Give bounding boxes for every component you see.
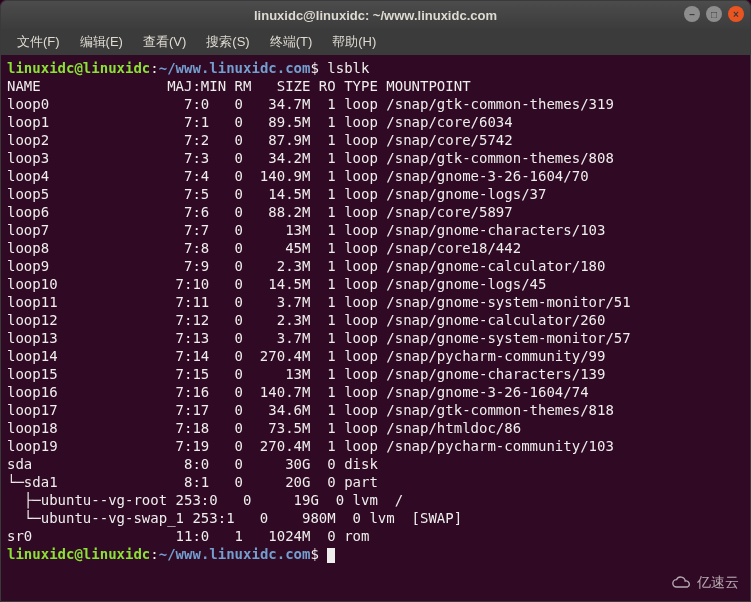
watermark-text: 亿速云 (697, 574, 739, 592)
lsblk-row: loop10 7:10 0 14.5M 1 loop /snap/gnome-l… (7, 275, 744, 293)
lsblk-row: loop12 7:12 0 2.3M 1 loop /snap/gnome-ca… (7, 311, 744, 329)
prompt-user: linuxidc@linuxidc (7, 60, 150, 76)
menu-terminal[interactable]: 终端(T) (262, 30, 321, 54)
prompt-line: linuxidc@linuxidc:~/www.linuxidc.com$ ls… (7, 59, 744, 77)
terminal-body[interactable]: linuxidc@linuxidc:~/www.linuxidc.com$ ls… (1, 55, 750, 601)
lsblk-row: └─ubuntu--vg-swap_1 253:1 0 980M 0 lvm [… (7, 509, 744, 527)
prompt-line: linuxidc@linuxidc:~/www.linuxidc.com$ (7, 545, 744, 563)
minimize-button[interactable]: – (684, 6, 700, 22)
window-title: linuxidc@linuxidc: ~/www.linuxidc.com (254, 8, 497, 23)
menu-view[interactable]: 查看(V) (135, 30, 194, 54)
prompt-path: ~/www.linuxidc.com (159, 546, 311, 562)
lsblk-header: NAME MAJ:MIN RM SIZE RO TYPE MOUNTPOINT (7, 77, 744, 95)
prompt-user: linuxidc@linuxidc (7, 546, 150, 562)
lsblk-row: sr0 11:0 1 1024M 0 rom (7, 527, 744, 545)
lsblk-row: loop3 7:3 0 34.2M 1 loop /snap/gtk-commo… (7, 149, 744, 167)
lsblk-row: loop8 7:8 0 45M 1 loop /snap/core18/442 (7, 239, 744, 257)
menubar: 文件(F) 编辑(E) 查看(V) 搜索(S) 终端(T) 帮助(H) (1, 29, 750, 55)
lsblk-row: loop4 7:4 0 140.9M 1 loop /snap/gnome-3-… (7, 167, 744, 185)
lsblk-row: loop19 7:19 0 270.4M 1 loop /snap/pychar… (7, 437, 744, 455)
lsblk-row: loop0 7:0 0 34.7M 1 loop /snap/gtk-commo… (7, 95, 744, 113)
cloud-icon (671, 576, 693, 590)
lsblk-row: loop6 7:6 0 88.2M 1 loop /snap/core/5897 (7, 203, 744, 221)
prompt-path: ~/www.linuxidc.com (159, 60, 311, 76)
menu-help[interactable]: 帮助(H) (324, 30, 384, 54)
lsblk-row: └─sda1 8:1 0 20G 0 part (7, 473, 744, 491)
menu-search[interactable]: 搜索(S) (198, 30, 257, 54)
close-button[interactable]: × (728, 6, 744, 22)
lsblk-row: loop15 7:15 0 13M 1 loop /snap/gnome-cha… (7, 365, 744, 383)
menu-edit[interactable]: 编辑(E) (72, 30, 131, 54)
terminal-window: linuxidc@linuxidc: ~/www.linuxidc.com – … (0, 0, 751, 602)
lsblk-row: loop11 7:11 0 3.7M 1 loop /snap/gnome-sy… (7, 293, 744, 311)
lsblk-row: loop13 7:13 0 3.7M 1 loop /snap/gnome-sy… (7, 329, 744, 347)
maximize-button[interactable]: □ (706, 6, 722, 22)
lsblk-row: loop18 7:18 0 73.5M 1 loop /snap/htmldoc… (7, 419, 744, 437)
lsblk-row: loop7 7:7 0 13M 1 loop /snap/gnome-chara… (7, 221, 744, 239)
window-controls: – □ × (684, 6, 744, 22)
lsblk-row: loop5 7:5 0 14.5M 1 loop /snap/gnome-log… (7, 185, 744, 203)
lsblk-row: loop1 7:1 0 89.5M 1 loop /snap/core/6034 (7, 113, 744, 131)
menu-file[interactable]: 文件(F) (9, 30, 68, 54)
cursor (327, 548, 335, 563)
lsblk-row: loop9 7:9 0 2.3M 1 loop /snap/gnome-calc… (7, 257, 744, 275)
lsblk-row: loop17 7:17 0 34.6M 1 loop /snap/gtk-com… (7, 401, 744, 419)
lsblk-row: sda 8:0 0 30G 0 disk (7, 455, 744, 473)
lsblk-row: ├─ubuntu--vg-root 253:0 0 19G 0 lvm / (7, 491, 744, 509)
lsblk-row: loop2 7:2 0 87.9M 1 loop /snap/core/5742 (7, 131, 744, 149)
watermark: 亿速云 (671, 574, 739, 592)
lsblk-row: loop16 7:16 0 140.7M 1 loop /snap/gnome-… (7, 383, 744, 401)
command-text: lsblk (327, 60, 369, 76)
titlebar: linuxidc@linuxidc: ~/www.linuxidc.com – … (1, 1, 750, 29)
lsblk-row: loop14 7:14 0 270.4M 1 loop /snap/pychar… (7, 347, 744, 365)
